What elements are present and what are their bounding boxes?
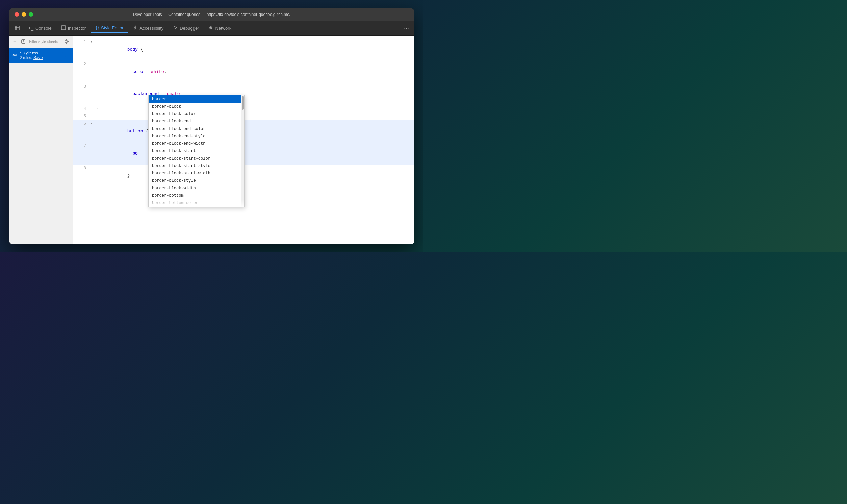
svg-marker-3 (174, 26, 177, 29)
autocomplete-item-border-block-end-color[interactable]: border-block-end-color (149, 125, 244, 132)
file-info: * style.css 2 rules. Save (20, 51, 70, 60)
more-options-button[interactable]: ··· (401, 23, 412, 33)
main-content: + Filter style sheets 👁 (9, 36, 414, 244)
devtools-toolbar: >_ Console Inspector {} Style Editor (9, 21, 414, 36)
autocomplete-dropdown[interactable]: border border-block border-block-color b… (148, 95, 244, 207)
autocomplete-item-border-block-start[interactable]: border-block-start (149, 147, 244, 155)
autocomplete-item-border[interactable]: border (149, 95, 244, 103)
debugger-icon (173, 25, 178, 31)
settings-button[interactable] (63, 38, 70, 44)
line-number-3: 3 (76, 83, 86, 90)
scrollbar-thumb (242, 96, 244, 110)
titlebar: Developer Tools — Container queries — ht… (9, 8, 414, 21)
autocomplete-item-border-block-end-width[interactable]: border-block-end-width (149, 140, 244, 147)
autocomplete-item-border-bottom[interactable]: border-bottom (149, 192, 244, 199)
tab-style-editor[interactable]: {} Style Editor (91, 23, 127, 33)
tab-console[interactable]: >_ Console (24, 23, 56, 33)
svg-rect-0 (15, 26, 19, 30)
sidebar: + Filter style sheets 👁 (9, 36, 73, 244)
accessibility-icon (133, 25, 138, 31)
close-button[interactable] (15, 12, 19, 17)
line-content-3: background: tomato (96, 83, 412, 105)
svg-point-5 (66, 41, 67, 42)
minimize-button[interactable] (22, 12, 26, 17)
line-content-8: } (96, 165, 412, 187)
code-line-2: 2 color: white; (73, 61, 414, 83)
console-icon: >_ (28, 25, 33, 31)
file-rules: 2 rules. Save (20, 55, 70, 60)
add-stylesheet-button[interactable]: + (12, 38, 18, 45)
line-content-6: button { (96, 120, 412, 142)
autocomplete-item-border-block-start-style[interactable]: border-block-start-style (149, 162, 244, 170)
traffic-lights (15, 12, 33, 17)
autocomplete-item-border-block-end[interactable]: border-block-end (149, 118, 244, 125)
eye-icon[interactable]: 👁 (13, 53, 17, 58)
filter-placeholder: Filter style sheets (29, 39, 58, 43)
line-number-7: 7 (76, 142, 86, 150)
devtools-window: Developer Tools — Container queries — ht… (9, 8, 414, 244)
autocomplete-item-border-block-width[interactable]: border-block-width (149, 184, 244, 192)
autocomplete-item-border-block-style[interactable]: border-block-style (149, 177, 244, 184)
line-content-4: } (96, 105, 412, 113)
line-number-1: 1 (76, 38, 86, 46)
autocomplete-item-border-block-start-width[interactable]: border-block-start-width (149, 170, 244, 177)
line-number-6: 6 (76, 120, 86, 127)
line-number-4: 4 (76, 105, 86, 113)
autocomplete-item-border-block-start-color[interactable]: border-block-start-color (149, 155, 244, 162)
sidebar-arrow (63, 52, 66, 62)
svg-point-2 (135, 25, 136, 26)
tab-debugger[interactable]: Debugger (169, 23, 203, 33)
inspector-icon (61, 25, 66, 31)
tab-inspector[interactable]: Inspector (57, 23, 90, 33)
autocomplete-scrollbar[interactable] (241, 95, 244, 207)
autocomplete-item-border-block[interactable]: border-block (149, 103, 244, 110)
svg-rect-1 (62, 25, 66, 30)
line-number-2: 2 (76, 61, 86, 68)
line-content-1: body { (96, 38, 412, 61)
line-number-8: 8 (76, 165, 86, 172)
maximize-button[interactable] (29, 12, 33, 17)
window-title: Developer Tools — Container queries — ht… (133, 12, 291, 17)
picker-button[interactable] (12, 23, 23, 33)
line-content-2: color: white; (96, 61, 412, 83)
import-stylesheet-button[interactable] (20, 38, 27, 44)
network-icon (208, 25, 213, 31)
fold-arrow-1[interactable]: ▾ (90, 38, 96, 46)
autocomplete-item-border-block-color[interactable]: border-block-color (149, 110, 244, 118)
autocomplete-item-border-block-end-style[interactable]: border-block-end-style (149, 132, 244, 140)
tab-accessibility[interactable]: Accessibility (129, 23, 168, 33)
tab-network[interactable]: Network (204, 23, 236, 33)
code-line-1: 1 ▾ body { (73, 38, 414, 61)
style-editor-icon: {} (95, 25, 99, 30)
line-content-7: bo (96, 142, 412, 165)
file-name: * style.css (20, 51, 70, 55)
editor-area[interactable]: 1 ▾ body { 2 color: white; 3 (73, 36, 414, 244)
sidebar-toolbar: + Filter style sheets (9, 36, 73, 48)
autocomplete-item-border-bottom-color[interactable]: border-bottom-color (149, 199, 244, 207)
save-button[interactable]: Save (33, 55, 42, 60)
line-number-5: 5 (76, 113, 86, 120)
